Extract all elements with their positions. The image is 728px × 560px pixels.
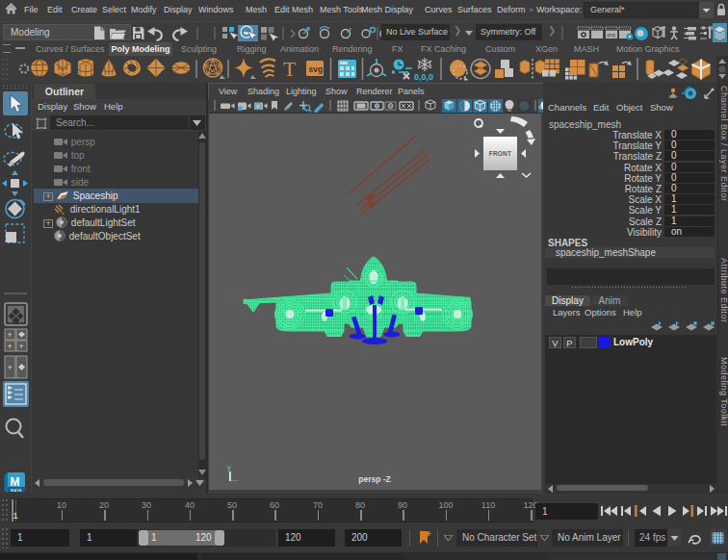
svg-text:MAYA: MAYA	[11, 489, 22, 493]
svg-text:0,0,0: 0,0,0	[414, 72, 433, 82]
svg-text:M: M	[11, 475, 20, 489]
svg-text:+: +	[19, 342, 24, 351]
svg-text:+: +	[8, 363, 13, 372]
svg-text:svg: svg	[309, 64, 324, 74]
svg-text:y: y	[227, 463, 231, 471]
svg-text:+: +	[8, 330, 13, 340]
svg-text:persp -Z: persp -Z	[358, 474, 391, 484]
svg-text:T: T	[283, 57, 297, 81]
svg-text:IPR: IPR	[607, 33, 615, 38]
svg-text:+: +	[8, 342, 13, 351]
svg-text:FRONT: FRONT	[489, 150, 511, 157]
